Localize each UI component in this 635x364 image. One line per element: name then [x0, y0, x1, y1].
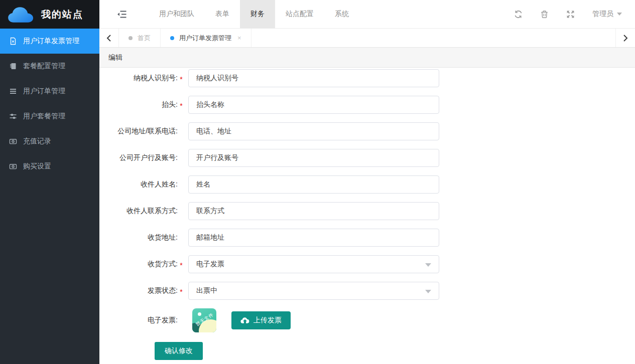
text-input[interactable] [188, 69, 439, 87]
collapse-sidebar-icon[interactable] [114, 0, 129, 28]
form-row: 发票状态:*出票中 [99, 282, 635, 300]
form-row-submit: 确认修改 [99, 342, 635, 360]
app-window: 我的站点 用户订单发票管理套餐配置管理用户订单管理用户套餐管理充值记录购买设置 … [0, 0, 635, 364]
tab-label: 用户订单发票管理 [179, 34, 231, 43]
field-label: 发票状态: [99, 286, 178, 295]
form-row: 公司开户行及账号: [99, 149, 635, 167]
field-label: 抬头: [99, 100, 178, 109]
sidebar-item[interactable]: 用户套餐管理 [0, 104, 99, 129]
form-fields: 纳税人识别号:*抬头:*公司地址/联系电话:公司开户行及账号:收件人姓名:收件人… [99, 69, 635, 300]
text-input[interactable] [188, 202, 439, 220]
text-input[interactable] [188, 149, 439, 167]
required-asterisk [178, 320, 185, 321]
tabs-container: 首页用户订单发票管理× [119, 29, 251, 47]
sidebar-item-label: 充值记录 [23, 137, 51, 146]
sidebar-item-label: 用户订单管理 [23, 87, 65, 96]
form-row: 收件人姓名: [99, 175, 635, 194]
field-label: 公司开户行及账号: [99, 153, 178, 162]
invoice-thumbnail[interactable]: 暂无文件 [192, 308, 216, 332]
sidebar-item[interactable]: 用户订单发票管理 [0, 29, 99, 54]
sidebar-item-label: 购买设置 [23, 162, 51, 171]
sidebar-item[interactable]: 购买设置 [0, 154, 99, 179]
tabs-scroll-right-icon[interactable] [615, 29, 635, 47]
field-label: 收件人姓名: [99, 180, 178, 189]
sidebar-item-label: 用户套餐管理 [23, 112, 65, 121]
site-title: 我的站点 [41, 8, 83, 21]
field-label: 收件人联系方式: [99, 207, 178, 216]
form-row: 收件人联系方式: [99, 202, 635, 220]
thumb-decoration [198, 312, 201, 316]
required-asterisk: * [178, 100, 185, 110]
top-bar: 用户和团队表单财务站点配置系统 [99, 0, 635, 29]
sidebar-item[interactable]: 套餐配置管理 [0, 54, 99, 79]
refresh-icon[interactable] [514, 10, 523, 19]
sidebar-item[interactable]: 充值记录 [0, 129, 99, 154]
page-title: 编辑 [99, 48, 635, 68]
tab-status-dot [129, 36, 133, 40]
tabs-scroll-left-icon[interactable] [99, 29, 119, 47]
tab[interactable]: 用户订单发票管理× [161, 29, 251, 47]
close-tab-icon[interactable]: × [237, 34, 241, 42]
tab-label: 首页 [138, 34, 151, 43]
required-asterisk [178, 184, 185, 186]
field-label: 收货方式: [99, 260, 178, 269]
trash-icon[interactable] [540, 10, 549, 19]
sidebar-item-label: 用户订单发票管理 [23, 37, 79, 46]
sidebar: 我的站点 用户订单发票管理套餐配置管理用户订单管理用户套餐管理充值记录购买设置 [0, 0, 99, 364]
sidebar-item-label: 套餐配置管理 [23, 62, 65, 71]
cloud-upload-icon [240, 317, 249, 324]
required-asterisk: * [178, 260, 185, 269]
text-input[interactable] [188, 122, 439, 140]
select-input[interactable]: 电子发票 [188, 255, 439, 273]
form-row: 抬头:* [99, 96, 635, 114]
field-label: 纳税人识别号: [99, 74, 178, 83]
form-row: 纳税人识别号:* [99, 69, 635, 87]
required-asterisk: * [178, 74, 185, 83]
caret-down-icon [425, 263, 431, 267]
confirm-submit-button[interactable]: 确认修改 [155, 342, 203, 360]
text-input[interactable] [188, 175, 439, 194]
top-nav-item[interactable]: 表单 [205, 0, 240, 28]
required-asterisk [178, 157, 185, 159]
top-nav-item[interactable]: 用户和团队 [149, 0, 205, 28]
tab[interactable]: 首页 [119, 29, 161, 47]
form-row: 收货地址: [99, 229, 635, 247]
required-asterisk [178, 237, 185, 239]
form-row-upload: 电子发票: 暂无文件 上传发票 [99, 308, 635, 332]
caret-down-icon [425, 290, 431, 293]
field-label: 电子发票: [99, 316, 178, 325]
package-icon [9, 62, 17, 71]
fullscreen-icon[interactable] [566, 10, 575, 19]
tab-status-dot [170, 36, 174, 40]
cloud-icon [7, 6, 35, 24]
field-label: 公司地址/联系电话: [99, 127, 178, 136]
admin-label: 管理员 [592, 10, 613, 19]
site-logo[interactable]: 我的站点 [0, 0, 99, 29]
admin-dropdown[interactable]: 管理员 [592, 10, 622, 19]
required-asterisk [178, 211, 185, 212]
text-input[interactable] [188, 229, 439, 247]
top-nav-item[interactable]: 财务 [240, 0, 275, 28]
top-nav: 用户和团队表单财务站点配置系统 [149, 0, 359, 28]
form-panel: 纳税人识别号:*抬头:*公司地址/联系电话:公司开户行及账号:收件人姓名:收件人… [99, 68, 635, 364]
invoice-file-icon [9, 37, 17, 46]
field-label: 收货地址: [99, 233, 178, 242]
main-area: 用户和团队表单财务站点配置系统 [99, 0, 635, 364]
form-row: 收货方式:*电子发票 [99, 255, 635, 273]
required-asterisk [178, 131, 185, 132]
form-row: 公司地址/联系电话: [99, 122, 635, 140]
order-list-icon [9, 87, 17, 96]
upload-button-label: 上传发票 [253, 316, 282, 325]
top-nav-item[interactable]: 站点配置 [275, 0, 324, 28]
sidebar-menu: 用户订单发票管理套餐配置管理用户订单管理用户套餐管理充值记录购买设置 [0, 29, 99, 179]
tab-bar: 首页用户订单发票管理× [99, 29, 635, 48]
select-value: 出票中 [196, 286, 217, 295]
select-value: 电子发票 [196, 260, 224, 269]
select-input[interactable]: 出票中 [188, 282, 439, 300]
upload-invoice-button[interactable]: 上传发票 [231, 311, 291, 329]
topbar-actions: 管理员 [514, 0, 635, 28]
required-asterisk: * [178, 286, 185, 296]
sidebar-item[interactable]: 用户订单管理 [0, 79, 99, 104]
top-nav-item[interactable]: 系统 [324, 0, 359, 28]
text-input[interactable] [188, 96, 439, 114]
